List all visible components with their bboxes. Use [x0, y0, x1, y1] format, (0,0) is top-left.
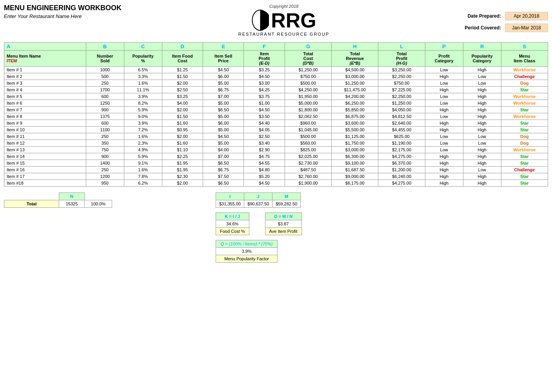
cell-l: $2,175.00	[378, 147, 425, 153]
table-row: Item # 2 500 3.3% $1.50 $6.00 $4.50 $750…	[4, 73, 548, 80]
cell-h: $1,125.00	[332, 133, 378, 140]
totals-n-value: 15325	[59, 200, 85, 208]
cell-h: $9,000.00	[332, 173, 378, 180]
cell-r: Low	[463, 73, 501, 80]
cell-l: $625.00	[378, 133, 425, 140]
cell-g: $825.00	[285, 147, 331, 153]
cell-l: $6,240.00	[378, 173, 425, 180]
cell-s: Workhorse	[501, 113, 548, 120]
col-header-r: R	[463, 43, 501, 51]
cell-name: Item # 12	[4, 140, 86, 147]
subheader-item-label: ITEM	[7, 58, 84, 63]
i-header: I	[216, 193, 244, 200]
cell-f: $4.75	[244, 153, 285, 160]
bottom-section: N Total 15325 100.0% I J M $31,355.00 $9…	[4, 192, 548, 263]
cell-h: $6,875.00	[332, 113, 378, 120]
cell-c: 9.1%	[124, 160, 162, 167]
cell-s: Star	[501, 120, 548, 127]
header: MENU ENGINEERING WORKBOOK Enter Your Res…	[4, 4, 548, 36]
cell-b: 1375	[86, 113, 124, 120]
cell-h: $6,250.00	[332, 100, 378, 107]
cell-e: $6.75	[203, 87, 244, 93]
cell-name: Item # 4	[4, 87, 86, 93]
cell-b: 1250	[86, 100, 124, 107]
col-header-row: A B C D E F G H L P R S	[4, 43, 548, 51]
cell-r: High	[463, 100, 501, 107]
cell-s: Dog	[501, 133, 548, 140]
cell-name: Item # 5	[4, 93, 86, 100]
cell-g: $2,062.50	[285, 113, 331, 120]
cell-l: $1,200.00	[378, 167, 425, 173]
period-covered-label: Period Covered:	[465, 25, 501, 31]
table-row: Item # 12 350 2.3% $1.60 $5.00 $3.40 $56…	[4, 140, 548, 147]
cell-f: $4.50	[244, 73, 285, 80]
period-covered-value: Jan-Mar 2018	[505, 24, 548, 32]
col-header-h: H	[332, 43, 378, 51]
table-row: Item # 8 1375 9.0% $1.50 $5.00 $3.50 $2,…	[4, 113, 548, 120]
cell-l: $4,275.00	[378, 153, 425, 160]
cell-g: $1,045.00	[285, 127, 331, 133]
date-prepared-label: Date Prepared:	[468, 13, 501, 19]
cell-name: Item #18	[4, 180, 86, 187]
cell-f: $2.50	[244, 133, 285, 140]
cell-s: Workhorse	[501, 100, 548, 107]
header-right: Date Prepared: Apr 20,2018 Period Covere…	[438, 4, 548, 32]
totals-data-row: Total 15325 100.0%	[4, 200, 112, 208]
cell-r: High	[463, 153, 501, 160]
restaurant-group: RESTAURANT RESOURCE GROUP	[238, 32, 329, 36]
period-covered-row: Period Covered: Jan-Mar 2018	[438, 24, 548, 32]
cell-b: 500	[86, 73, 124, 80]
subheader-l: TotalProfit(H-G)	[378, 51, 425, 67]
k-formula: K = I / J	[216, 213, 249, 220]
ijm-values-row: $31,355.00 $90,637.50 $59,282.50	[216, 200, 301, 208]
cell-d: $2.00	[162, 80, 203, 87]
table-row: Item # 13 750 4.9% $1.10 $4.00 $2.90 $82…	[4, 147, 548, 153]
subheader-h: TotalRevenue(E*B)	[332, 51, 378, 67]
cell-g: $750.00	[285, 73, 331, 80]
q-table: Q = (100% / Items) * (70%) 3.9% Menu Pop…	[216, 240, 278, 263]
cell-s: Star	[501, 107, 548, 113]
o-box: O = M / N $3.87 Ave Item Profit	[265, 212, 302, 235]
restaurant-name: Enter Your Restaurant Name Here	[4, 13, 129, 19]
cell-d: $1.10	[162, 147, 203, 153]
cell-r: High	[463, 127, 501, 133]
cell-name: Item # 9	[4, 120, 86, 127]
cell-p: High	[425, 153, 463, 160]
cell-s: Workhorse	[501, 147, 548, 153]
cell-r: Low	[463, 133, 501, 140]
subheader-p: ProfitCategory	[425, 51, 463, 67]
cell-e: $4.00	[203, 147, 244, 153]
cell-d: $1.50	[162, 73, 203, 80]
cell-e: $6.75	[203, 167, 244, 173]
cell-h: $11,475.00	[332, 87, 378, 93]
cell-name: Item # 16	[4, 167, 86, 173]
cell-name: Item # 1	[4, 67, 86, 73]
cell-b: 600	[86, 120, 124, 127]
table-row: Item # 11 250 1.6% $2.00 $4.50 $2.50 $50…	[4, 133, 548, 140]
cell-e: $4.50	[203, 67, 244, 73]
cell-e: $7.50	[203, 173, 244, 180]
cell-b: 250	[86, 133, 124, 140]
m-header: M	[272, 193, 301, 200]
cell-r: High	[463, 147, 501, 153]
cell-f: $3.40	[244, 140, 285, 147]
cell-h: $1,250.00	[332, 80, 378, 87]
cell-f: $3.25	[244, 67, 285, 73]
cell-p: Low	[425, 100, 463, 107]
cell-s: Workhorse	[501, 67, 548, 73]
cell-g: $2,760.00	[285, 173, 331, 180]
cell-r: High	[463, 180, 501, 187]
cell-s: Star	[501, 160, 548, 167]
cell-c: 3.3%	[124, 73, 162, 80]
app-title: MENU ENGINEERING WORKBOOK	[4, 4, 129, 12]
cell-e: $6.50	[203, 160, 244, 167]
table-row: Item # 6 1250 8.2% $4.00 $5.00 $1.00 $5,…	[4, 100, 548, 107]
q-formula: Q = (100% / Items) * (70%)	[216, 240, 278, 248]
cell-g: $1,250.00	[285, 67, 331, 73]
cell-c: 11.1%	[124, 87, 162, 93]
cell-e: $7.00	[203, 93, 244, 100]
cell-g: $1,800.00	[285, 107, 331, 113]
cell-d: $2.25	[162, 153, 203, 160]
cell-d: $1.60	[162, 120, 203, 127]
cell-name: Item # 14	[4, 153, 86, 160]
